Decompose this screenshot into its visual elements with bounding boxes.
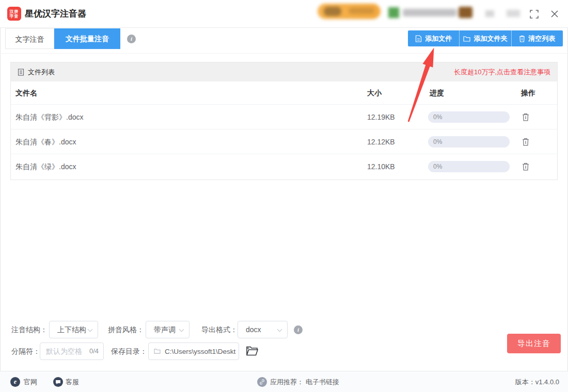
- title-bar: 汉拼 字音 星优汉字注音器: [0, 0, 568, 28]
- trash-icon: [519, 35, 525, 42]
- close-icon: [550, 10, 559, 18]
- structure-select[interactable]: 上下结构: [49, 321, 98, 338]
- export-format-select[interactable]: docx: [238, 321, 288, 338]
- file-list-header: 文件列表 长度超10万字,点击查看注意事项: [11, 62, 557, 81]
- official-site-link[interactable]: 官网: [24, 371, 37, 392]
- footer: e 官网 客服 应用推荐： 电子书链接 版本：v1.4.0.0: [0, 371, 568, 392]
- save-dir-input[interactable]: [165, 343, 236, 360]
- save-dir-inputbox: [148, 342, 239, 360]
- pinyin-style-value: 带声调: [154, 325, 176, 334]
- export-format-value: docx: [246, 325, 261, 334]
- progress-bar: 0%: [428, 111, 510, 123]
- column-size: 大小: [367, 81, 382, 105]
- table-row: 朱自清《背影》.docx 12.19KB 0%: [11, 105, 557, 129]
- file-name: 朱自清《绿》.docx: [15, 154, 76, 179]
- close-button[interactable]: [549, 8, 560, 20]
- progress-label: 0%: [433, 111, 442, 123]
- trash-icon: [522, 138, 529, 146]
- maximize-icon: [530, 10, 539, 19]
- structure-value: 上下结构: [57, 325, 86, 334]
- export-annotation-button[interactable]: 导出注音: [507, 334, 561, 353]
- delete-file-button[interactable]: [521, 137, 530, 146]
- add-folder-button[interactable]: 添加文件夹: [459, 30, 511, 46]
- file-list-title: 文件列表: [28, 68, 55, 77]
- tabs-info-icon[interactable]: i: [127, 35, 136, 43]
- file-actions-toolbar: 添加文件 添加文件夹 清空列表: [408, 30, 563, 46]
- file-size: 12.10KB: [367, 154, 395, 179]
- file-name: 朱自清《背影》.docx: [15, 105, 83, 129]
- app-logo-text-2: 字音: [10, 14, 19, 19]
- recommend-link[interactable]: 电子书链接: [306, 371, 339, 392]
- support-link[interactable]: 客服: [66, 371, 79, 392]
- recommend-link-icon: [257, 377, 267, 387]
- trash-icon: [522, 162, 529, 171]
- progress-bar: 0%: [428, 136, 510, 148]
- column-filename: 文件名: [15, 81, 37, 105]
- recommend-label: 应用推荐：: [270, 371, 304, 392]
- section-divider: [0, 53, 568, 54]
- table-row: 朱自清《春》.docx 12.12KB 0%: [11, 129, 557, 154]
- structure-label: 注音结构：: [11, 321, 48, 338]
- file-name: 朱自清《春》.docx: [15, 129, 76, 154]
- folder-open-icon: [246, 346, 258, 356]
- browse-folder-button[interactable]: [245, 345, 259, 357]
- add-file-label: 添加文件: [425, 34, 452, 43]
- delete-file-button[interactable]: [521, 162, 530, 171]
- save-dir-label: 保存目录：: [111, 342, 147, 360]
- blurred-item-small-1: [485, 10, 494, 17]
- separator-label: 分隔符：: [11, 342, 40, 360]
- export-format-label: 导出格式：: [201, 321, 238, 338]
- separator-inputbox: 0/4: [40, 342, 104, 360]
- format-info-icon[interactable]: i: [294, 325, 303, 334]
- pinyin-style-label: 拼音风格：: [108, 321, 144, 338]
- file-size: 12.12KB: [367, 129, 395, 154]
- maximize-button[interactable]: [528, 8, 540, 20]
- folder-icon: [463, 36, 470, 42]
- clear-list-label: 清空列表: [528, 34, 555, 43]
- clear-list-button[interactable]: 清空列表: [511, 30, 563, 46]
- tab-text-annotation[interactable]: 文字注音: [5, 28, 54, 49]
- progress-label: 0%: [433, 136, 442, 148]
- app-logo-icon: 汉拼 字音: [7, 7, 21, 21]
- separator-counter: 0/4: [89, 343, 99, 360]
- table-row: 朱自清《绿》.docx 12.10KB 0%: [11, 154, 557, 179]
- separator-input[interactable]: [46, 343, 85, 360]
- column-action: 操作: [521, 81, 535, 105]
- file-size: 12.19KB: [367, 105, 395, 129]
- official-site-icon[interactable]: e: [10, 377, 20, 387]
- chat-bubble-icon: [55, 380, 61, 385]
- add-file-button[interactable]: 添加文件: [408, 30, 459, 46]
- trash-icon: [522, 113, 529, 121]
- table-header: 文件名 大小 进度 操作: [11, 81, 557, 105]
- add-folder-label: 添加文件夹: [474, 34, 507, 43]
- progress-label: 0%: [433, 161, 442, 172]
- blurred-account-pill[interactable]: [318, 4, 381, 19]
- list-icon: [18, 69, 24, 76]
- chevron-down-icon: [88, 327, 93, 332]
- chevron-down-icon: [179, 327, 184, 332]
- link-icon: [259, 379, 265, 385]
- progress-bar: 0%: [428, 161, 510, 172]
- delete-file-button[interactable]: [521, 112, 530, 122]
- column-progress: 进度: [430, 81, 444, 105]
- version-label: 版本：v1.4.0.0: [515, 371, 559, 392]
- chevron-down-icon: [277, 327, 282, 332]
- folder-icon: [154, 348, 161, 354]
- tab-batch-file-annotation[interactable]: 文件批量注音: [54, 28, 120, 49]
- app-title: 星优汉字注音器: [25, 0, 86, 28]
- pinyin-style-select[interactable]: 带声调: [146, 321, 190, 338]
- app-logo-text-1: 汉拼: [10, 9, 19, 14]
- blurred-item-small-2: [507, 10, 520, 17]
- e-glyph: e: [14, 377, 17, 387]
- blurred-user-info[interactable]: [388, 6, 475, 19]
- support-chat-icon[interactable]: [53, 377, 63, 387]
- file-icon: [415, 35, 422, 42]
- length-notice-link[interactable]: 长度超10万字,点击查看注意事项: [454, 68, 550, 77]
- file-list-panel: 文件列表 长度超10万字,点击查看注意事项 文件名 大小 进度 操作 朱自清《背…: [10, 62, 558, 180]
